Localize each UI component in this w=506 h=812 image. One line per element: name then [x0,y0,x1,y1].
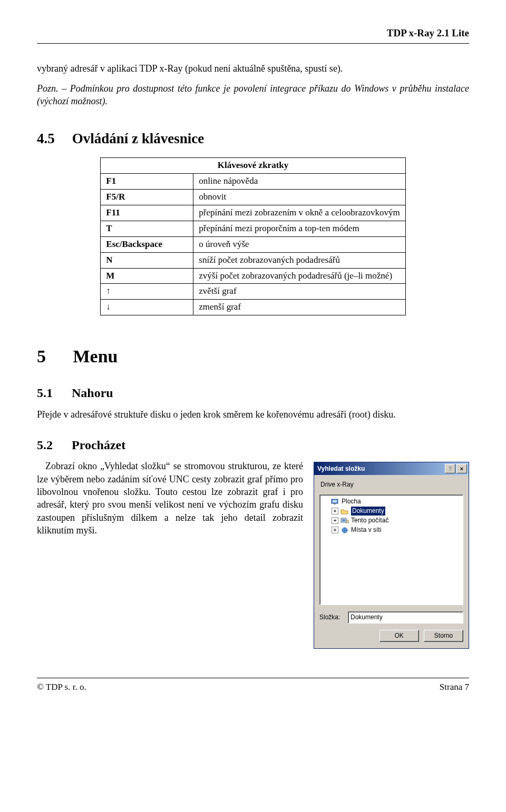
tree-item-desktop[interactable]: Plocha [322,497,461,507]
tree-item-label: Plocha [342,497,361,506]
network-icon [340,527,349,534]
expand-icon[interactable]: + [332,527,338,533]
desktop-icon [331,498,339,506]
svg-rect-1 [333,500,337,502]
dialog-subtitle: Drive x-Ray [320,480,463,489]
table-row: ↑zvětší graf [101,284,405,300]
section-number: 5 [37,344,69,369]
subsection-heading-5-2: 5.2 Procházet [37,437,469,453]
section-title: Ovládání z klávesnice [72,131,205,146]
computer-icon [340,517,349,524]
dialog-titlebar[interactable]: Vyhledat složku ? × [314,462,469,475]
tree-item-label: Tento počítač [351,516,388,524]
table-row: ↓zmenší graf [101,300,405,315]
table-row: Tpřepínání mezi proporčním a top-ten mód… [101,221,405,236]
subsection-title: Nahoru [72,386,113,400]
tree-item-label: Místa v síti [351,526,381,534]
table-row: F1online nápověda [101,173,405,189]
table-row: F11přepínání mezi zobrazením v okně a ce… [101,205,405,221]
cancel-button[interactable]: Storno [424,630,463,642]
table-title: Klávesové zkratky [101,157,405,173]
paragraph: Přejde v adresářové struktuře disku o je… [37,408,469,421]
page-footer: © TDP s. r. o. Strana 7 [37,678,469,694]
tree-item-network[interactable]: + Místa v síti [322,526,461,535]
section-number: 4.5 [37,129,69,148]
table-row: Mzvýší počet zobrazovaných podadresářů (… [101,268,405,284]
note-body: – Podmínkou pro dostupnost této funkce j… [37,83,469,106]
folder-input[interactable] [348,611,463,623]
expand-icon[interactable]: + [332,517,338,524]
folder-tree[interactable]: Plocha + Dokumenty + Tento počítač [319,494,463,605]
subsection-heading-5-1: 5.1 Nahoru [37,384,469,401]
keyboard-shortcuts-table: Klávesové zkratky F1online nápověda F5/R… [100,157,405,315]
section-title: Menu [73,346,118,366]
note-label: Pozn. [37,83,59,94]
paragraph: vybraný adresář v aplikaci TDP x-Ray (po… [37,62,469,75]
page-header: TDP x-Ray 2.1 Lite [37,26,469,44]
table-row: F5/Robnovit [101,189,405,205]
paragraph: Zobrazí okno „Vyhledat složku“ se stromo… [37,460,303,537]
folder-field-label: Složka: [319,613,348,621]
svg-rect-4 [342,519,345,521]
subsection-number: 5.1 [37,384,69,401]
section-heading-4-5: 4.5 Ovládání z klávesnice [37,129,469,148]
table-row: Esc/Backspaceo úroveň výše [101,236,405,252]
close-icon[interactable]: × [456,464,467,473]
footer-right: Strana 7 [440,681,469,694]
dialog-title: Vyhledat složku [317,464,365,473]
browse-folder-dialog: Vyhledat složku ? × Drive x-Ray Plocha + [314,462,469,648]
tree-item-documents[interactable]: + Dokumenty [322,507,461,516]
help-icon[interactable]: ? [445,464,455,473]
subsection-title: Procházet [72,438,125,452]
svg-rect-2 [334,503,336,504]
subsection-number: 5.2 [37,437,69,453]
ok-button[interactable]: OK [380,630,419,642]
note-paragraph: Pozn. – Podmínkou pro dostupnost této fu… [37,82,469,108]
tree-item-computer[interactable]: + Tento počítač [322,516,461,526]
folder-icon [340,508,349,515]
expand-icon[interactable]: + [332,508,338,514]
table-row: Nsníží počet zobrazovaných podadresářů [101,252,405,268]
footer-left: © TDP s. r. o. [37,681,440,694]
tree-item-label: Dokumenty [351,507,385,515]
svg-rect-5 [346,520,348,523]
section-heading-5: 5 Menu [37,344,469,369]
